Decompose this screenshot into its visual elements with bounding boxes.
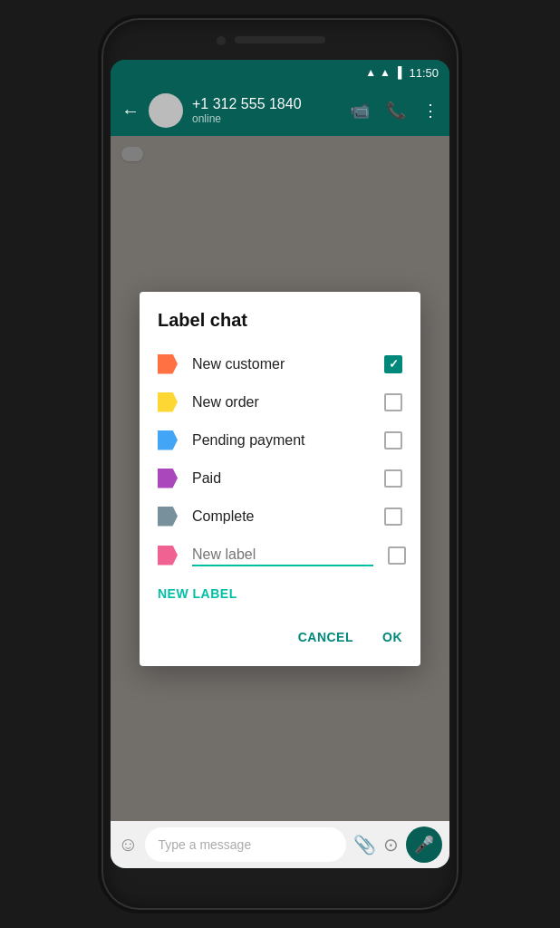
list-item[interactable]: Pending payment — [140, 421, 420, 459]
cancel-button[interactable]: CANCEL — [294, 623, 357, 652]
phone-frame: ▲ ▲ ▐ 11:50 ← +1 312 555 1840 online 📹 📞… — [103, 20, 457, 908]
chat-area: Label chat New customer New order — [111, 136, 449, 821]
camera-button[interactable]: ⊙ — [383, 834, 399, 856]
ok-button[interactable]: OK — [379, 623, 406, 652]
label-list: New customer New order Pending pay — [140, 345, 420, 575]
checkbox-new-order[interactable] — [384, 393, 402, 411]
signal-icon: ▲ — [380, 66, 391, 79]
list-item[interactable]: Complete — [140, 498, 420, 536]
label-name-new-customer: New customer — [192, 356, 370, 372]
checkbox-new-customer[interactable] — [384, 355, 402, 373]
checkbox-new-label[interactable] — [388, 546, 406, 565]
mic-button[interactable]: 🎤 — [406, 826, 442, 863]
list-item[interactable]: New order — [140, 383, 420, 421]
pending-payment-tag — [158, 430, 178, 450]
complete-tag — [158, 507, 178, 527]
label-name-new-order: New order — [192, 394, 370, 411]
modal-title: Label chat — [140, 310, 420, 345]
message-input-placeholder[interactable]: Type a message — [158, 837, 251, 852]
message-input-box: Type a message — [145, 827, 346, 862]
list-item[interactable] — [140, 536, 420, 575]
contact-status: online — [192, 112, 341, 125]
label-name-complete: Complete — [192, 508, 370, 525]
attach-button[interactable]: 📎 — [353, 834, 376, 856]
modal-actions: CANCEL OK — [140, 612, 420, 666]
status-time: 11:50 — [409, 66, 439, 80]
label-name-paid: Paid — [192, 470, 370, 487]
label-name-pending-payment: Pending payment — [192, 432, 370, 449]
more-options-icon[interactable]: ⋮ — [422, 101, 439, 121]
checkbox-pending-payment[interactable] — [384, 431, 402, 450]
label-chat-modal: Label chat New customer New order — [140, 292, 420, 666]
contact-name: +1 312 555 1840 — [192, 96, 341, 112]
paid-tag — [158, 469, 178, 488]
new-customer-tag — [158, 354, 178, 374]
emoji-button[interactable]: ☺ — [118, 833, 138, 856]
checkbox-complete[interactable] — [384, 508, 402, 526]
new-order-tag — [158, 392, 178, 412]
checkbox-paid[interactable] — [384, 469, 402, 488]
header-icons: 📹 📞 ⋮ — [350, 101, 439, 121]
modal-overlay: Label chat New customer New order — [111, 136, 449, 821]
back-button[interactable]: ← — [121, 101, 140, 121]
contact-info: +1 312 555 1840 online — [192, 96, 341, 125]
list-item[interactable]: New customer — [140, 345, 420, 383]
chat-header: ← +1 312 555 1840 online 📹 📞 ⋮ — [111, 85, 449, 136]
camera-dot — [217, 36, 226, 45]
status-bar: ▲ ▲ ▐ 11:50 — [111, 60, 449, 85]
call-icon[interactable]: 📞 — [386, 101, 406, 121]
avatar — [149, 93, 183, 128]
new-label-input[interactable] — [192, 545, 373, 566]
list-item[interactable]: Paid — [140, 459, 420, 498]
chat-input-bar: ☺ Type a message 📎 ⊙ 🎤 — [111, 821, 449, 868]
video-call-icon[interactable]: 📹 — [350, 101, 370, 121]
wifi-icon: ▲ — [365, 66, 376, 79]
battery-icon: ▐ — [394, 66, 402, 79]
new-label-tag — [158, 546, 178, 566]
new-label-button[interactable]: NEW LABEL — [140, 575, 420, 612]
phone-screen: ▲ ▲ ▐ 11:50 ← +1 312 555 1840 online 📹 📞… — [111, 60, 449, 868]
